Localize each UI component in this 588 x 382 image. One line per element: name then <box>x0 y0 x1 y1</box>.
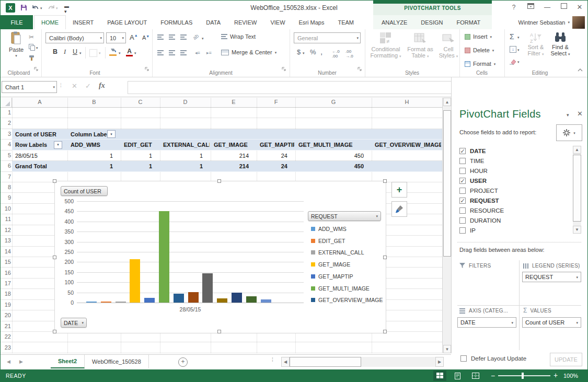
row-header-6[interactable]: 6 <box>1 163 11 169</box>
chart-bar-EDIT_GET[interactable] <box>101 302 111 303</box>
alignment-dialog-launcher[interactable] <box>282 67 286 72</box>
chart-selection-handle[interactable] <box>53 256 56 259</box>
number-dialog-launcher[interactable] <box>358 67 362 72</box>
cut-icon[interactable]: ✂ <box>29 33 34 41</box>
chart-bar-GET_MULTI_IMAGE[interactable] <box>159 211 169 303</box>
row-header-16[interactable]: 16 <box>1 270 11 276</box>
avatar[interactable] <box>572 16 585 29</box>
column-header-C[interactable]: C <box>121 99 160 105</box>
font-size-select[interactable]: 10▾ <box>106 32 126 43</box>
row-header-7[interactable]: 7 <box>1 173 11 180</box>
minimize-icon[interactable]: — <box>541 3 553 11</box>
field-item-hour[interactable]: HOUR <box>459 166 488 176</box>
outdent-icon[interactable]: ◂≡ <box>195 50 200 55</box>
row-header-21[interactable]: 21 <box>1 323 11 329</box>
merge-center-button[interactable]: Merge & Center▾ <box>221 49 276 55</box>
field-item-request[interactable]: ✓REQUEST <box>459 195 499 205</box>
row-header-10[interactable]: 10 <box>1 205 11 212</box>
decrease-decimal-icon[interactable]: .00→.0 <box>345 49 353 59</box>
row-header-15[interactable]: 15 <box>1 259 11 265</box>
zoom-out-icon[interactable]: − <box>491 372 495 380</box>
column-header-A[interactable]: A <box>12 99 67 105</box>
row-header-3[interactable]: 3 <box>1 131 11 137</box>
chart-bar-GET_MAPTIP[interactable] <box>144 298 155 303</box>
sheet-tab-sheet2[interactable]: Sheet2 <box>51 355 85 368</box>
autosum-icon[interactable]: Σ <box>510 32 514 41</box>
fields-scroll-up-icon[interactable]: ▲ <box>573 146 581 154</box>
autosum-dropdown-icon[interactable]: ▾ <box>517 36 520 39</box>
row-header-11[interactable]: 11 <box>1 216 11 222</box>
field-item-date[interactable]: ✓DATE <box>459 146 486 156</box>
row-header-13[interactable]: 13 <box>1 237 11 244</box>
close-icon[interactable]: ✕ <box>574 3 585 11</box>
copy-icon[interactable] <box>29 44 35 51</box>
field-item-project[interactable]: PROJECT <box>459 186 498 195</box>
chart-bar-GET_OVERVIEW_IMAGE[interactable] <box>174 294 184 303</box>
tab-design[interactable]: DESIGN <box>414 15 449 29</box>
orientation-dropdown-icon[interactable]: ▾ <box>202 37 204 40</box>
format-cells-button[interactable]: Format▾ <box>465 61 495 67</box>
grow-font-icon[interactable]: A▲ <box>130 33 138 41</box>
row-header-12[interactable]: 12 <box>1 227 11 233</box>
align-icon[interactable] <box>180 50 187 55</box>
row-header-14[interactable]: 14 <box>1 248 11 254</box>
row-header-22[interactable]: 22 <box>1 333 11 340</box>
chart-bar-EXTERNAL_CALL[interactable] <box>116 302 126 303</box>
font-color-dropdown-icon[interactable]: ▾ <box>134 51 136 55</box>
fill-dropdown-icon[interactable]: ▾ <box>517 48 520 52</box>
fields-scroll-down-icon[interactable]: ▼ <box>573 226 581 234</box>
clear-icon[interactable] <box>509 59 516 65</box>
chart-selection-handle[interactable] <box>383 330 387 333</box>
chart-selection-handle[interactable] <box>53 330 56 333</box>
align-icon[interactable] <box>169 50 175 55</box>
sheet-nav-right-icon[interactable]: ▶ <box>19 359 23 364</box>
column-labels-filter-icon[interactable]: ▾ <box>107 130 116 138</box>
column-header-B[interactable]: B <box>67 99 121 105</box>
field-item-user[interactable]: ✓USER <box>459 176 487 186</box>
comma-style-icon[interactable]: , <box>320 47 322 56</box>
ribbon-display-icon[interactable] <box>525 3 536 11</box>
clear-dropdown-icon[interactable]: ▾ <box>517 60 520 64</box>
italic-button[interactable]: I <box>64 48 66 56</box>
select-all-corner[interactable] <box>1 98 12 108</box>
fields-scrollbar[interactable]: ▲ ▼ <box>573 146 581 234</box>
bold-button[interactable]: B <box>53 48 57 55</box>
clipboard-dialog-launcher[interactable] <box>34 67 39 72</box>
orientation-icon[interactable]: ab <box>192 33 200 41</box>
find-select-button[interactable]: Find & Select ▾ <box>548 31 572 56</box>
accounting-format-icon[interactable]: $ <box>297 48 301 56</box>
zoom-slider-handle[interactable] <box>522 373 524 379</box>
field-checkbox-resource[interactable] <box>459 207 466 214</box>
account-menu[interactable]: Wintner Sebastian ▾ <box>518 15 570 29</box>
row-header-4[interactable]: 4 <box>1 141 11 147</box>
column-header-D[interactable]: D <box>160 99 211 105</box>
delete-cells-button[interactable]: Delete▾ <box>465 47 494 53</box>
indent-icon[interactable]: ▸≡ <box>206 50 212 55</box>
name-box[interactable]: Chart 1▾ <box>2 81 57 93</box>
tab-formulas[interactable]: FORMULAS <box>154 15 199 29</box>
field-item-time[interactable]: TIME <box>459 156 484 166</box>
scroll-up-icon[interactable]: ▲ <box>443 98 451 106</box>
field-item-ip[interactable]: IP <box>459 225 476 235</box>
field-checkbox-hour[interactable] <box>459 168 466 174</box>
sheet-tab-weboffice_150528[interactable]: WebOffice_150528 <box>85 355 149 368</box>
align-icon[interactable] <box>157 50 164 55</box>
maximize-icon[interactable] <box>558 3 570 11</box>
date-axis-field-button[interactable]: DATE▾ <box>61 318 87 328</box>
accounting-dropdown-icon[interactable]: ▾ <box>303 51 305 55</box>
chart-bar-series-8[interactable] <box>188 292 199 303</box>
request-legend-field-button[interactable]: REQUEST▾ <box>308 211 381 221</box>
font-color-icon[interactable]: A <box>126 48 133 56</box>
percent-style-icon[interactable]: % <box>310 48 316 56</box>
sheet-nav-left-icon[interactable]: ◀ <box>7 359 10 364</box>
tab-review[interactable]: REVIEW <box>227 15 263 29</box>
page-layout-view-button[interactable] <box>451 371 464 381</box>
increase-decimal-icon[interactable]: ←.0.00 <box>332 49 340 59</box>
field-checkbox-duration[interactable] <box>459 217 466 224</box>
new-sheet-icon[interactable]: + <box>178 357 188 367</box>
chart-bar-GET_IMAGE[interactable] <box>130 259 140 303</box>
tab-team[interactable]: TEAM <box>331 15 361 29</box>
field-checkbox-user[interactable]: ✓ <box>459 178 466 184</box>
normal-view-button[interactable] <box>433 371 446 381</box>
row-header-5[interactable]: 5 <box>1 152 11 158</box>
